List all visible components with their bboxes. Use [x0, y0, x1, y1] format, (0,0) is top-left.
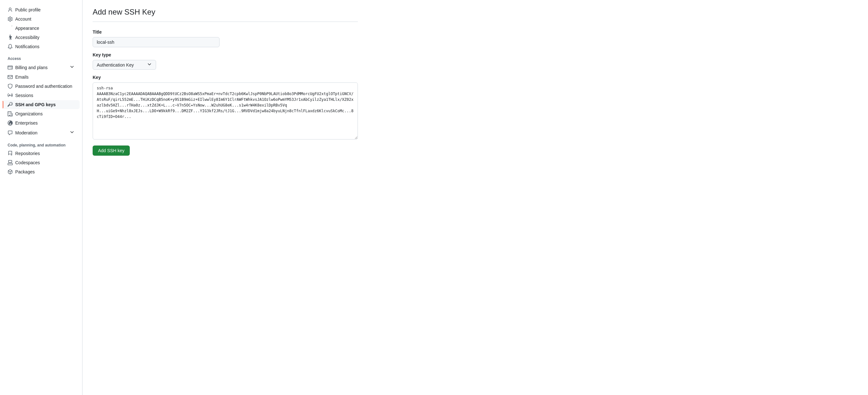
sidebar-label-public-profile: Public profile [15, 7, 41, 12]
paintbrush-icon [8, 26, 13, 31]
gear-icon [8, 17, 13, 22]
add-ssh-key-button[interactable]: Add SSH key [93, 145, 130, 156]
sidebar-item-codespaces[interactable]: Codespaces [3, 158, 80, 167]
broadcast-icon [8, 93, 13, 98]
key-textarea[interactable]: ssh-rsa AAAAB3NzaC1yc2EAAAADAQABAAABgQDD… [93, 83, 358, 139]
sidebar-label-codespaces: Codespaces [15, 160, 40, 165]
page-divider [93, 22, 358, 22]
sidebar-item-accessibility[interactable]: Accessibility [3, 33, 80, 42]
chevron-down-icon-moderation [69, 130, 74, 136]
access-section-label: Access [0, 52, 82, 62]
sidebar-item-password-auth[interactable]: Password and authentication [3, 82, 80, 91]
organization-icon [8, 111, 13, 116]
sidebar-label-enterprises: Enterprises [15, 121, 38, 126]
key-label: Key [93, 75, 358, 80]
key-form-group: Key ssh-rsa AAAAB3NzaC1yc2EAAAADAQABAAAB… [93, 75, 358, 140]
shield-icon [8, 84, 13, 89]
code-section-label: Code, planning, and automation [0, 138, 82, 149]
sidebar-item-sessions[interactable]: Sessions [3, 91, 80, 100]
key-icon [8, 102, 13, 107]
bell-icon [8, 44, 13, 49]
sidebar-item-notifications[interactable]: Notifications [3, 42, 80, 51]
select-arrow-icon [147, 62, 152, 68]
sidebar-label-moderation: Moderation [15, 130, 37, 135]
package-icon [8, 169, 13, 174]
sidebar-item-billing[interactable]: Billing and plans [3, 62, 80, 72]
sidebar-item-moderation[interactable]: Moderation [3, 128, 80, 138]
codespaces-icon [8, 160, 13, 165]
sidebar-label-password-auth: Password and authentication [15, 84, 72, 89]
accessibility-icon [8, 35, 13, 40]
comment-icon [8, 130, 13, 135]
sidebar-label-organizations: Organizations [15, 111, 42, 116]
sidebar-label-billing: Billing and plans [15, 65, 48, 70]
globe-icon [8, 121, 13, 126]
card-icon [8, 65, 13, 70]
key-type-form-group: Key type Authentication Key [93, 52, 358, 70]
key-type-value: Authentication Key [97, 62, 134, 68]
sidebar-item-enterprises[interactable]: Enterprises [3, 119, 80, 127]
sidebar-label-ssh-gpg: SSH and GPG keys [15, 102, 56, 107]
page-title: Add new SSH Key [93, 8, 358, 17]
sidebar-item-repositories[interactable]: Repositories [3, 149, 80, 158]
chevron-down-icon [69, 64, 74, 70]
title-form-group: Title [93, 30, 358, 47]
repo-icon [8, 151, 13, 156]
sidebar-item-packages[interactable]: Packages [3, 167, 80, 176]
key-type-label: Key type [93, 52, 358, 57]
sidebar-item-account[interactable]: Account [3, 14, 80, 24]
sidebar-label-notifications: Notifications [15, 44, 39, 49]
sidebar-label-repositories: Repositories [15, 151, 40, 156]
add-ssh-key-label: Add SSH key [98, 147, 124, 154]
sidebar-label-packages: Packages [15, 169, 35, 174]
main-content: Add new SSH Key Title Key type Authentic… [83, 0, 368, 395]
sidebar: Public profile Account Appearance Access… [0, 0, 83, 395]
sidebar-item-emails[interactable]: Emails [3, 73, 80, 81]
sidebar-label-accessibility: Accessibility [15, 35, 39, 40]
key-type-select[interactable]: Authentication Key [93, 60, 156, 70]
sidebar-item-ssh-gpg[interactable]: SSH and GPG keys [3, 100, 80, 109]
sidebar-label-emails: Emails [15, 74, 29, 79]
person-icon [8, 7, 13, 12]
sidebar-label-sessions: Sessions [15, 93, 33, 98]
sidebar-item-public-profile[interactable]: Public profile [3, 5, 80, 14]
sidebar-label-account: Account [15, 17, 31, 22]
mail-icon [8, 74, 13, 79]
title-label: Title [93, 30, 358, 35]
sidebar-item-organizations[interactable]: Organizations [3, 109, 80, 118]
sidebar-item-appearance[interactable]: Appearance [3, 24, 80, 33]
sidebar-label-appearance: Appearance [15, 26, 39, 31]
title-input[interactable] [93, 37, 220, 47]
